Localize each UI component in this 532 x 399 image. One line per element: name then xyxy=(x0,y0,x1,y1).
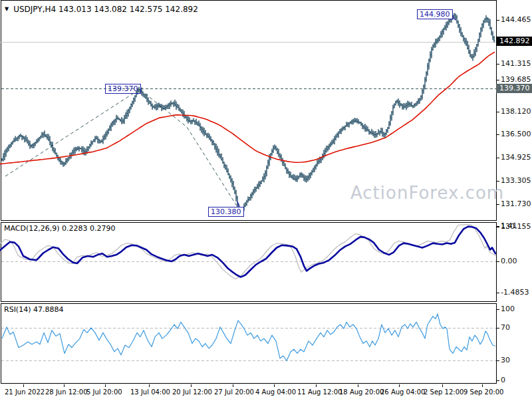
x-axis-tick-5 xyxy=(233,384,233,387)
current-price-tag: 142.892 xyxy=(496,37,532,46)
y-axis-label-1-1-tick xyxy=(496,261,499,262)
y-axis-label-0-5: 134.925 xyxy=(501,154,531,162)
y-axis-label-0-0: 144.465 xyxy=(501,16,531,24)
y-axis-label-2-0-tick xyxy=(496,309,499,310)
rsi-panel[interactable] xyxy=(0,303,532,384)
x-axis-tick-8 xyxy=(358,384,358,387)
y-axis-label-0-0-tick xyxy=(496,20,499,21)
x-axis-tick-2 xyxy=(105,384,106,387)
y-axis-label-0-5-tick xyxy=(496,158,499,158)
x-axis-label-5: 27 Jul 20:00 xyxy=(214,388,254,396)
chart-window: ▼USDJPY,H4 143.013 143.082 142.575 142.8… xyxy=(0,0,532,399)
y-axis-label-1-0: 1.41 xyxy=(501,222,517,230)
y-axis-label-1-0-tick xyxy=(496,226,499,227)
y-axis-label-0-3: 138.120 xyxy=(501,108,531,116)
x-axis-tick-1 xyxy=(64,384,65,387)
price-annotation-high[interactable]: 144.980 xyxy=(417,9,453,19)
macd-plot-border xyxy=(1,223,497,302)
y-axis-label-1-2: -1.4853 xyxy=(501,289,529,297)
y-axis-label-2-3: 0 xyxy=(501,376,505,384)
y-axis-label-0-4-tick xyxy=(496,134,499,135)
y-axis-label-2-2-tick xyxy=(496,360,499,361)
macd-label: MACD(12,26,9) 0.2283 0.2790 xyxy=(4,224,116,233)
y-axis-label-2-1: 70 xyxy=(501,324,510,332)
trendline-0[interactable] xyxy=(5,88,141,176)
y-axis-label-0-3-tick xyxy=(496,112,499,112)
y-axis-label-0-2-tick xyxy=(496,80,499,80)
y-axis-label-0-7-tick xyxy=(496,204,499,205)
price-annotation-resistance[interactable]: 139.370 xyxy=(105,84,141,94)
x-axis-tick-10 xyxy=(442,384,443,387)
y-axis-label-0-2: 139.685 xyxy=(501,76,531,84)
moving-average-line xyxy=(0,52,495,164)
y-axis-label-2-1-tick xyxy=(496,328,499,329)
watermark: ActionForex.com xyxy=(350,183,504,203)
rsi-label: RSI(14) 47.8884 xyxy=(4,305,63,314)
y-axis-label-0-7: 131.730 xyxy=(501,200,531,208)
x-axis-tick-4 xyxy=(191,384,192,387)
x-axis-label-6: 4 Aug 04:00 xyxy=(255,388,296,396)
price-annotation-low[interactable]: 130.380 xyxy=(208,207,244,217)
x-axis-label-7: 11 Aug 12:00 xyxy=(297,388,342,396)
macd-panel[interactable] xyxy=(0,222,532,302)
x-axis-label-2: 5 Jul 20:00 xyxy=(86,388,122,396)
symbol-dropdown-icon[interactable]: ▼ xyxy=(5,6,9,12)
y-axis-label-0-8-tick xyxy=(496,227,499,227)
x-axis-tick-0 xyxy=(23,384,24,387)
level-price-tag: 139.370 xyxy=(496,84,532,93)
x-axis-label-9: 26 Aug 04:00 xyxy=(380,388,425,396)
x-axis-tick-3 xyxy=(149,384,150,387)
x-axis-label-4: 20 Jul 12:00 xyxy=(172,388,212,396)
x-axis-label-11: 9 Sep 20:00 xyxy=(464,388,503,396)
x-axis-tick-11 xyxy=(482,384,483,387)
y-axis-label-0-6: 133.305 xyxy=(501,177,531,185)
x-axis-label-3: 13 Jul 04:00 xyxy=(130,388,170,396)
chart-title: ▼USDJPY,H4 143.013 143.082 142.575 142.8… xyxy=(5,5,198,14)
x-axis-label-10: 2 Sep 12:00 xyxy=(424,388,464,396)
x-axis-label-1: 28 Jun 12:00 xyxy=(45,388,88,396)
y-axis-label-2-2: 30 xyxy=(501,356,510,364)
y-axis-label-0-4: 136.500 xyxy=(501,130,531,138)
x-axis-tick-9 xyxy=(399,384,400,387)
rsi-line xyxy=(2,314,495,361)
time-axis[interactable]: 21 Jun 202228 Jun 12:005 Jul 20:0013 Jul… xyxy=(0,384,532,399)
y-axis-label-1-1: 0.00 xyxy=(501,257,517,265)
y-axis-label-0-6-tick xyxy=(496,181,499,182)
macd-main-line xyxy=(0,225,496,279)
x-axis-label-8: 18 Aug 20:00 xyxy=(339,388,384,396)
macd-signal-line xyxy=(0,227,495,277)
y-axis-label-2-0: 100 xyxy=(501,305,515,313)
x-axis-tick-6 xyxy=(274,384,275,387)
x-axis-label-0: 21 Jun 2022 xyxy=(5,388,45,396)
y-axis-label-2-3-tick xyxy=(496,380,499,381)
y-axis-label-0-1-tick xyxy=(496,64,499,65)
x-axis-tick-7 xyxy=(316,384,317,387)
y-axis-label-1-2-tick xyxy=(496,293,499,293)
y-axis-label-0-1: 141.315 xyxy=(501,60,531,68)
price-axis[interactable]: 144.465141.315139.685138.120136.500134.9… xyxy=(496,0,532,384)
symbol-ohlc-text: USDJPY,H4 143.013 143.082 142.575 142.89… xyxy=(13,5,198,14)
